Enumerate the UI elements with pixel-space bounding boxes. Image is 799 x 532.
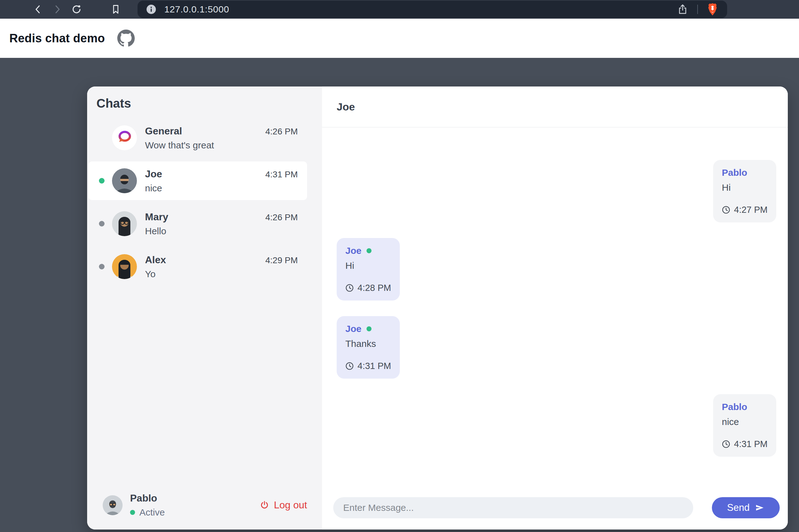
forward-icon[interactable] — [52, 4, 63, 15]
page-header: Redis chat demo — [0, 19, 799, 58]
browser-window: 127.0.0.1:5000 Redis chat demo Chats Gen… — [0, 0, 799, 532]
chat-timestamp: 4:26 PM — [265, 212, 298, 223]
chat-last-message: nice — [145, 183, 265, 193]
chat-name: Alex — [145, 254, 265, 266]
current-user-meta: Pablo Active — [130, 493, 165, 518]
page-background: Chats GeneralWow that's great4:26 PMJoen… — [0, 58, 799, 532]
github-icon[interactable] — [117, 30, 135, 47]
online-dot — [366, 326, 372, 331]
chat-name: Joe — [145, 168, 265, 180]
chat-avatar — [112, 211, 137, 236]
online-dot — [366, 248, 372, 253]
chat-list: GeneralWow that's great4:26 PMJoenice4:3… — [87, 118, 322, 290]
back-icon[interactable] — [32, 4, 43, 15]
reload-icon[interactable] — [71, 4, 82, 15]
chat-timestamp: 4:26 PM — [265, 127, 298, 137]
logout-button[interactable]: Log out — [260, 499, 307, 511]
chat-item-general[interactable]: GeneralWow that's great4:26 PM — [88, 118, 307, 157]
browser-toolbar: 127.0.0.1:5000 — [0, 0, 799, 19]
power-icon — [260, 500, 269, 510]
message-sender: Joe — [345, 245, 391, 256]
chat-info: MaryHello — [145, 211, 265, 236]
no-presence-dot — [99, 135, 104, 140]
message-sender: Joe — [345, 324, 391, 334]
presence-dot-offline — [99, 264, 104, 269]
chats-title: Chats — [96, 96, 322, 111]
clock-icon — [345, 284, 354, 292]
current-user-status: Active — [130, 507, 165, 518]
composer: Send — [322, 489, 788, 530]
message-row: JoeThanks4:31 PM — [337, 316, 776, 379]
chat-last-message: Yo — [145, 269, 265, 279]
chat-avatar — [112, 168, 137, 193]
chat-info: Joenice — [145, 168, 265, 193]
conversation-panel: Joe PabloHi4:27 PMJoeHi4:28 PMJoeThanks4… — [322, 87, 788, 530]
logout-label: Log out — [274, 499, 307, 511]
chat-last-message: Wow that's great — [145, 140, 265, 151]
toolbar-divider — [697, 5, 698, 14]
message-input[interactable] — [333, 497, 693, 518]
active-status-label: Active — [139, 507, 165, 518]
message-time: 4:31 PM — [722, 439, 767, 449]
conversation-title: Joe — [337, 101, 355, 113]
message-time: 4:28 PM — [345, 283, 391, 293]
conversation-header: Joe — [322, 87, 788, 128]
message-bubble-pablo: PabloHi4:27 PM — [713, 160, 776, 223]
current-user-bar: Pablo Active Log out — [87, 493, 322, 530]
address-bar[interactable]: 127.0.0.1:5000 — [137, 1, 727, 18]
chat-timestamp: 4:29 PM — [265, 255, 298, 265]
message-time: 4:31 PM — [345, 361, 391, 371]
message-list: PabloHi4:27 PMJoeHi4:28 PMJoeThanks4:31 … — [322, 128, 788, 489]
current-user-name: Pablo — [130, 493, 165, 504]
page-title: Redis chat demo — [9, 32, 105, 45]
chat-last-message: Hello — [145, 226, 265, 236]
current-user-avatar — [103, 495, 122, 515]
message-row: Pablonice4:31 PM — [337, 394, 776, 457]
message-text: Hi — [345, 260, 391, 271]
message-bubble-pablo: Pablonice4:31 PM — [713, 394, 776, 457]
chat-avatar — [112, 126, 137, 150]
chat-avatar — [112, 254, 137, 279]
message-sender: Pablo — [722, 167, 767, 178]
bookmark-icon[interactable] — [110, 4, 121, 15]
chat-item-alex[interactable]: AlexYo4:29 PM — [88, 247, 307, 286]
message-text: Hi — [722, 182, 767, 193]
chat-name: Mary — [145, 211, 265, 223]
send-arrow-icon — [755, 504, 764, 512]
clock-icon — [722, 206, 730, 214]
send-button[interactable]: Send — [712, 497, 780, 518]
sidebar: Chats GeneralWow that's great4:26 PMJoen… — [87, 87, 322, 530]
presence-dot-offline — [99, 221, 104, 227]
send-label: Send — [727, 502, 749, 513]
chat-timestamp: 4:31 PM — [265, 170, 298, 179]
share-icon[interactable] — [677, 3, 688, 15]
message-text: Thanks — [345, 339, 391, 349]
clock-icon — [722, 440, 730, 448]
url-text[interactable]: 127.0.0.1:5000 — [164, 4, 229, 15]
brave-icon[interactable] — [707, 3, 718, 15]
message-row: JoeHi4:28 PM — [337, 238, 776, 301]
chat-info: GeneralWow that's great — [145, 126, 265, 151]
active-status-dot — [130, 510, 135, 515]
chat-app-card: Chats GeneralWow that's great4:26 PMJoen… — [87, 87, 788, 530]
message-bubble-joe: JoeThanks4:31 PM — [337, 316, 400, 379]
message-row: PabloHi4:27 PM — [337, 160, 776, 223]
message-bubble-joe: JoeHi4:28 PM — [337, 238, 400, 301]
chat-item-mary[interactable]: MaryHello4:26 PM — [88, 204, 307, 243]
message-text: nice — [722, 417, 767, 427]
chat-info: AlexYo — [145, 254, 265, 279]
presence-dot-online — [99, 178, 104, 184]
site-info-icon[interactable] — [146, 4, 156, 14]
message-sender: Pablo — [722, 402, 767, 412]
clock-icon — [345, 362, 354, 370]
message-time: 4:27 PM — [722, 205, 767, 215]
chat-name: General — [145, 126, 265, 137]
chat-item-joe[interactable]: Joenice4:31 PM — [88, 162, 307, 200]
